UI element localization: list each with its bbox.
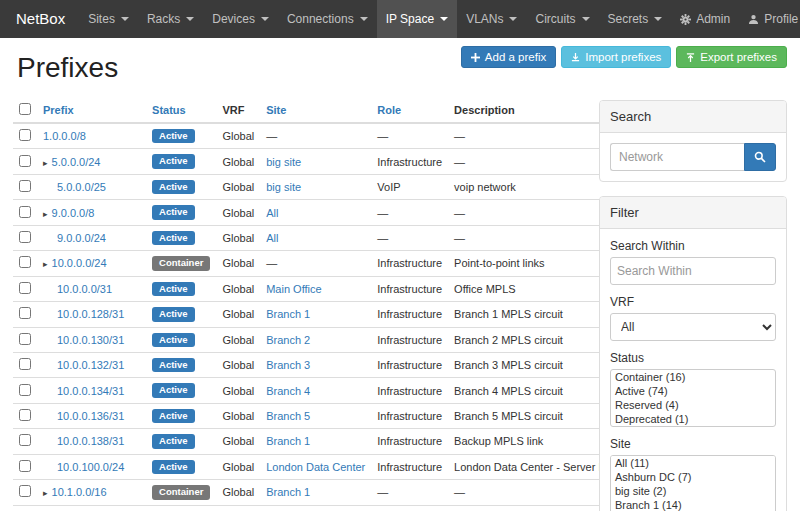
row-checkbox[interactable] [19, 206, 31, 218]
prefix-link[interactable]: 10.0.0.0/24 [52, 257, 107, 269]
site-link[interactable]: Branch 4 [266, 385, 310, 397]
brand[interactable]: NetBox [8, 0, 79, 38]
search-input[interactable] [610, 143, 744, 171]
row-checkbox[interactable] [19, 434, 31, 446]
nav-item-connections[interactable]: Connections [278, 0, 377, 38]
prefix-link[interactable]: 10.0.0.130/31 [57, 334, 124, 346]
row-checkbox[interactable] [19, 282, 31, 294]
table-header-row: Prefix Status VRF Site Role Description [13, 98, 645, 123]
role-cell: Infrastructure [371, 505, 448, 511]
column-header-prefix[interactable]: Prefix [43, 104, 74, 116]
vrf-cell: Global [216, 251, 260, 276]
row-checkbox[interactable] [19, 384, 31, 396]
prefix-link[interactable]: 5.0.0.0/24 [52, 156, 101, 168]
add-prefix-button[interactable]: Add a prefix [461, 46, 556, 68]
select-option[interactable]: Ashburn DC (7) [611, 470, 775, 484]
site-cell: big site [260, 149, 371, 174]
row-checkbox[interactable] [19, 333, 31, 345]
admin-link[interactable]: Admin [671, 0, 739, 38]
select-option[interactable]: Branch 1 (14) [611, 498, 775, 511]
select-option[interactable]: Deprecated (1) [611, 412, 775, 426]
prefix-link[interactable]: 10.0.0.134/31 [57, 385, 124, 397]
row-checkbox[interactable] [19, 129, 31, 141]
expand-toggle-icon[interactable]: ▸ [43, 488, 48, 498]
site-link[interactable]: big site [266, 181, 301, 193]
prefix-link[interactable]: 1.0.0.0/8 [43, 130, 86, 142]
site-link[interactable]: Branch 1 [266, 435, 310, 447]
row-checkbox[interactable] [19, 155, 31, 167]
vrf-select[interactable]: All [610, 313, 776, 341]
prefix-link[interactable]: 10.0.0.138/31 [57, 435, 124, 447]
profile-link[interactable]: Profile [739, 0, 800, 38]
select-option[interactable]: Active (74) [611, 384, 775, 398]
search-button[interactable] [744, 143, 776, 171]
row-checkbox[interactable] [19, 180, 31, 192]
prefix-link[interactable]: 9.0.0.0/24 [57, 232, 106, 244]
prefix-link[interactable]: 5.0.0.0/25 [57, 181, 106, 193]
search-within-label: Search Within [610, 239, 776, 253]
export-prefixes-button[interactable]: Export prefixes [676, 46, 787, 68]
site-link[interactable]: All [266, 207, 278, 219]
nav-item-devices[interactable]: Devices [203, 0, 278, 38]
nav-item-label: IP Space [386, 12, 434, 26]
nav-item-sites[interactable]: Sites [79, 0, 138, 38]
prefix-link[interactable]: 10.1.0.0/16 [52, 486, 107, 498]
site-link[interactable]: London Data Center [266, 461, 365, 473]
site-link[interactable]: Branch 3 [266, 359, 310, 371]
prefix-link[interactable]: 10.0.0.128/31 [57, 308, 124, 320]
page-actions: Add a prefix Import prefixes Export pref… [461, 46, 787, 68]
expand-toggle-icon[interactable]: ▸ [43, 158, 48, 168]
column-header-status[interactable]: Status [152, 104, 186, 116]
nav-item-ip-space[interactable]: IP Space [377, 0, 457, 38]
prefix-link[interactable]: 10.0.100.0/24 [57, 461, 124, 473]
site-link[interactable]: Branch 1 [266, 308, 310, 320]
import-prefixes-button[interactable]: Import prefixes [561, 46, 671, 68]
site-link[interactable]: All [266, 232, 278, 244]
column-header-role[interactable]: Role [377, 104, 401, 116]
row-checkbox[interactable] [19, 307, 31, 319]
vrf-cell: Global [216, 276, 260, 301]
nav-item-label: Devices [212, 12, 255, 26]
row-checkbox[interactable] [19, 409, 31, 421]
site-link[interactable]: Branch 1 [266, 486, 310, 498]
search-within-input[interactable] [610, 257, 776, 285]
row-checkbox[interactable] [19, 460, 31, 472]
export-icon [686, 53, 695, 62]
nav-item-racks[interactable]: Racks [138, 0, 203, 38]
vrf-cell: Global [216, 454, 260, 479]
prefix-link[interactable]: 10.0.0.0/31 [57, 283, 112, 295]
site-link[interactable]: Branch 2 [266, 334, 310, 346]
site-cell: London Data Center [260, 454, 371, 479]
role-cell: Infrastructure [371, 149, 448, 174]
select-option[interactable]: Reserved (4) [611, 398, 775, 412]
column-header-site[interactable]: Site [266, 104, 286, 116]
status-filter-select[interactable]: Container (16)Active (74)Reserved (4)Dep… [610, 369, 776, 427]
nav-item-secrets[interactable]: Secrets [599, 0, 672, 38]
site-link[interactable]: big site [266, 156, 301, 168]
row-checkbox[interactable] [19, 358, 31, 370]
user-icon [748, 14, 759, 25]
filter-panel-title: Filter [600, 197, 786, 229]
status-badge: Active [152, 383, 195, 397]
expand-toggle-icon[interactable]: ▸ [43, 209, 48, 219]
role-cell: Infrastructure [371, 429, 448, 454]
nav-item-circuits[interactable]: Circuits [526, 0, 598, 38]
row-checkbox[interactable] [19, 256, 31, 268]
site-link[interactable]: Main Office [266, 283, 321, 295]
prefix-link[interactable]: 10.0.0.136/31 [57, 410, 124, 422]
prefix-link[interactable]: 9.0.0.0/8 [52, 207, 95, 219]
site-cell: Branch 1 [260, 480, 371, 505]
expand-toggle-icon[interactable]: ▸ [43, 259, 48, 269]
chevron-down-icon [440, 17, 448, 21]
row-checkbox[interactable] [19, 485, 31, 497]
prefix-link[interactable]: 10.0.0.132/31 [57, 359, 124, 371]
select-option[interactable]: All (11) [611, 456, 775, 470]
site-link[interactable]: Branch 5 [266, 410, 310, 422]
select-all-checkbox[interactable] [19, 103, 31, 115]
chevron-down-icon [509, 17, 517, 21]
site-filter-select[interactable]: All (11)Ashburn DC (7)big site (2)Branch… [610, 455, 776, 511]
row-checkbox[interactable] [19, 231, 31, 243]
select-option[interactable]: big site (2) [611, 484, 775, 498]
nav-item-vlans[interactable]: VLANs [457, 0, 526, 38]
select-option[interactable]: Container (16) [611, 370, 775, 384]
